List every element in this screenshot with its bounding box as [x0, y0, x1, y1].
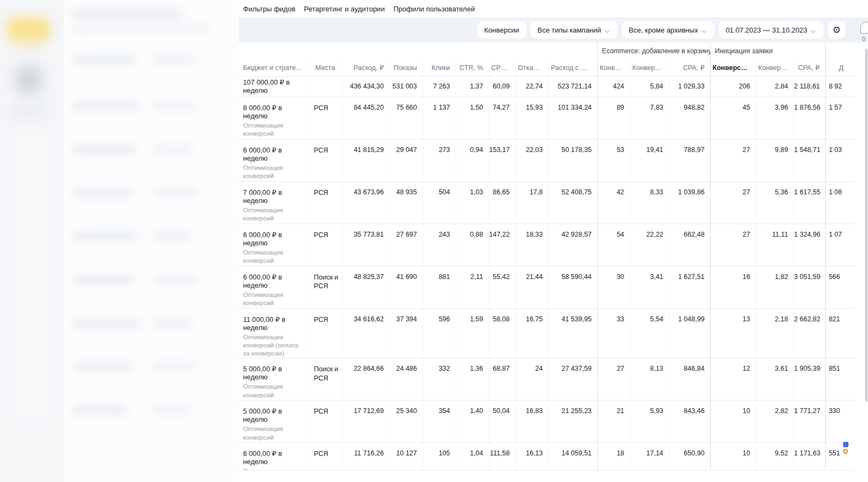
date-range-dropdown[interactable]: 01.07.2023 — 31.10.2023 — [719, 21, 824, 39]
metric-cell: 27 — [710, 181, 756, 224]
blurred-row-7b — [153, 363, 195, 370]
places-cell: РСЯ — [309, 139, 342, 181]
column-header[interactable]: CPA, ₽ — [669, 60, 710, 76]
archive-filter-label: Все, кроме архивных — [629, 26, 698, 34]
metric-cell: 851 — [825, 358, 854, 401]
weekly-budget: 6 000,00 ₽ в неделю — [243, 146, 306, 162]
weekly-budget: 7 000,00 ₽ в неделю — [243, 188, 306, 205]
metric-cell: 504 — [423, 181, 456, 224]
column-header[interactable]: CPC, ₽ — [489, 60, 515, 76]
column-header[interactable]: CPA, ₽ — [794, 60, 825, 76]
metric-cell: 52 408,75 — [548, 181, 597, 224]
metric-cell: 788,97 — [669, 139, 710, 181]
metric-cell: 1 324,96 — [794, 224, 825, 266]
metric-cell: 58 590,44 — [548, 266, 597, 308]
metric-cell: 22,74 — [515, 76, 548, 97]
column-header[interactable]: Конверс… — [630, 60, 669, 76]
metric-cell: 68,87 — [489, 358, 515, 401]
metric-cell: 11 716,26 — [342, 443, 390, 471]
metric-cell: 9,89 — [756, 139, 794, 181]
column-header[interactable]: Расход с НД… — [548, 60, 597, 76]
column-header[interactable]: Конверс… — [597, 60, 630, 76]
table-row: 11 000,00 ₽ в неделюОптимизация конверси… — [239, 308, 854, 358]
metric-cell: 2 662,82 — [794, 308, 825, 358]
column-header[interactable]: Расход, ₽ — [342, 60, 390, 76]
conversions-button-label: Конверсии — [484, 26, 519, 34]
table-row: 6 000,00 ₽ в неделюОптимизация конверсий… — [239, 443, 854, 471]
nav-item-feed-filters[interactable]: Фильтры фидов — [243, 5, 295, 13]
weekly-budget: 6 000,00 ₽ в неделю — [243, 231, 306, 247]
metric-cell: 523 721,14 — [548, 76, 597, 97]
metric-cell: 153,17 — [489, 139, 515, 181]
metric-cell: 1,36 — [456, 358, 489, 401]
column-header[interactable]: Конверс…↓ — [710, 60, 756, 76]
budget-strategy-cell: 107 000,00 ₽ в неделю — [239, 76, 309, 97]
metric-cell: 881 — [423, 266, 456, 308]
column-header[interactable]: Клики — [423, 60, 456, 76]
table-row: 5 000,00 ₽ в неделюОптимизация конверсий… — [239, 401, 854, 443]
column-header[interactable]: Отказы, % — [515, 60, 548, 76]
column-header[interactable]: Места — [309, 60, 342, 76]
column-header-row: Бюджет и стратегияМестаРасход, ₽ПоказыКл… — [239, 60, 854, 76]
top-navigation: Фильтры фидов Ретаргетинг и аудитории Пр… — [239, 0, 868, 17]
column-header[interactable]: CTR, % — [456, 60, 489, 76]
metric-cell: 3 051,59 — [794, 266, 825, 308]
conversions-button[interactable]: Конверсии — [477, 21, 526, 39]
support-chat-icon[interactable] — [860, 22, 868, 34]
metric-cell: 12 — [710, 358, 756, 401]
blurred-sidebar — [0, 0, 64, 482]
metric-cell: 2,11 — [456, 266, 489, 308]
metric-cell: 37 394 — [390, 308, 423, 358]
metric-cell: 1 171,63 — [794, 443, 825, 471]
blurred-row-5b — [153, 276, 197, 283]
campaign-type-dropdown[interactable]: Все типы кампаний — [531, 21, 617, 39]
filter-toolbar: Конверсии Все типы кампаний Все, кроме а… — [239, 17, 868, 42]
metric-cell: 5,54 — [630, 308, 669, 358]
corner-widget-blue-icon[interactable] — [843, 442, 848, 447]
metric-cell: 424 — [597, 76, 630, 97]
nav-item-user-profiles[interactable]: Профили пользователей — [393, 5, 475, 13]
corner-widget-orange-icon[interactable] — [843, 449, 848, 454]
metric-cell: 551 — [825, 443, 854, 471]
metric-cell: 18,33 — [515, 224, 548, 266]
metric-cell: 10 — [710, 401, 756, 443]
vertical-scrollbar[interactable] — [865, 49, 867, 402]
nav-item-retargeting[interactable]: Ретаргетинг и аудитории — [304, 5, 385, 13]
metric-cell: 17 712,69 — [342, 401, 390, 443]
metric-cell: 948,82 — [669, 97, 710, 139]
metric-cell: 27 — [710, 139, 756, 181]
metric-cell: 27 437,59 — [548, 358, 597, 401]
metric-cell: 41 815,29 — [342, 139, 390, 181]
column-header[interactable]: Показы — [390, 60, 423, 76]
metric-cell: 50,04 — [489, 401, 515, 443]
metric-cell: 22,22 — [630, 224, 669, 266]
table-row: 5 000,00 ₽ в неделюОптимизация конверсий… — [239, 358, 854, 401]
metric-cell: 42 928,57 — [548, 224, 597, 266]
metric-cell: 43 673,96 — [342, 181, 390, 224]
metric-cell: 42 — [597, 181, 630, 224]
metric-cell: 8,13 — [630, 358, 669, 401]
table-row: 6 000,00 ₽ в неделюОптимизация конверсий… — [239, 139, 854, 181]
metric-cell: 3,61 — [756, 358, 794, 401]
column-header[interactable]: Д — [825, 60, 854, 76]
blurred-header-text — [72, 9, 183, 20]
metric-cell: 89 — [597, 97, 630, 139]
metric-cell: 24 — [515, 358, 548, 401]
blurred-left-pane — [0, 0, 239, 482]
settings-button[interactable]: ⚙ — [828, 21, 845, 39]
metric-cell: 2 118,61 — [794, 76, 825, 97]
places-cell: Поиск и РСЯ — [309, 358, 342, 401]
metric-cell: 1 07 — [825, 224, 854, 266]
column-header[interactable]: Конверс… — [756, 60, 794, 76]
strategy-label: Оптимизация конверсий — [243, 249, 306, 265]
blurred-row-8 — [73, 406, 127, 414]
metric-cell: 45 — [710, 97, 756, 139]
column-header[interactable]: Бюджет и стратегия — [239, 60, 309, 76]
strategy-label: Оптимизация конверсий — [243, 467, 306, 471]
metric-cell: 101 334,24 — [548, 97, 597, 139]
metric-cell: 10 — [710, 443, 756, 471]
metric-cell: 243 — [423, 224, 456, 266]
archive-filter-dropdown[interactable]: Все, кроме архивных — [622, 21, 714, 39]
metric-cell: 34 616,62 — [342, 308, 390, 358]
blurred-list-header — [73, 55, 137, 63]
